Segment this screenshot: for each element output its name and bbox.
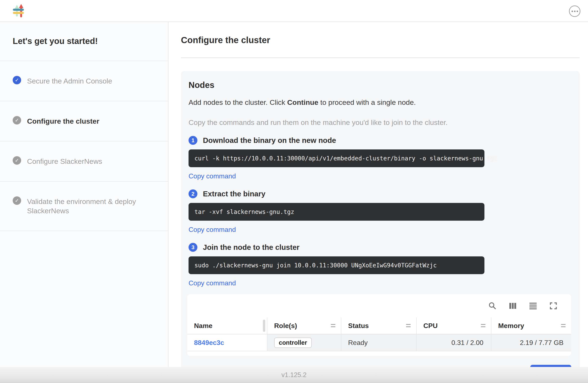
app-footer: v1.125.2 [0, 367, 588, 383]
version-label: v1.125.2 [282, 371, 307, 379]
step-title: Join the node to the cluster [203, 243, 299, 252]
node-link[interactable]: 8849ec3c [194, 339, 224, 347]
density-icon[interactable] [529, 302, 537, 310]
slackernews-logo-icon [12, 4, 24, 18]
column-header-name[interactable]: Name [187, 318, 267, 334]
step-download-binary: 1 Download the binary on the new node cu… [189, 136, 572, 180]
table-footer-spacer [187, 351, 571, 356]
sidebar-item-secure-admin-console[interactable]: ✓ Secure the Admin Console [0, 61, 168, 101]
sidebar-item-validate-deploy[interactable]: ✓ Validate the environment & deploy Slac… [0, 182, 168, 231]
step-number-badge: 3 [189, 243, 197, 252]
column-menu-icon[interactable] [406, 324, 411, 329]
step-number-badge: 1 [189, 136, 197, 145]
column-header-roles[interactable]: Role(s) [267, 318, 341, 334]
nodes-heading: Nodes [189, 80, 572, 90]
check-complete-icon: ✓ [13, 76, 21, 84]
copy-command-link[interactable]: Copy command [189, 226, 236, 234]
role-chip: controller [274, 338, 312, 348]
column-separator[interactable] [263, 319, 265, 332]
fullscreen-icon[interactable] [549, 302, 558, 310]
sidebar-item-label: Configure the cluster [27, 116, 99, 126]
sidebar-item-configure-cluster[interactable]: ✓ Configure the cluster [0, 101, 168, 141]
copy-command-link[interactable]: Copy command [189, 172, 236, 180]
columns-icon[interactable] [508, 302, 517, 310]
column-header-cpu[interactable]: CPU [416, 318, 491, 334]
nodes-description: Add nodes to the cluster. Click Continue… [189, 98, 572, 106]
node-memory-cell: 2.19 / 7.77 GB [491, 334, 571, 351]
step-number-badge: 2 [189, 189, 197, 198]
step-join-node: 3 Join the node to the cluster sudo ./sl… [189, 243, 572, 287]
step-title: Download the binary on the new node [203, 136, 336, 145]
table-row: 8849ec3c controller Ready 0.31 / 2.00 2.… [187, 334, 571, 351]
top-bar [0, 0, 588, 22]
table-toolbar [187, 294, 571, 318]
sidebar-item-label: Validate the environment & deploy Slacke… [27, 197, 150, 215]
nodes-table: Name Role(s) Status CPU [187, 294, 571, 356]
column-menu-icon[interactable] [481, 324, 485, 329]
table-header-row: Name Role(s) Status CPU [187, 318, 571, 334]
divider [0, 231, 168, 231]
sidebar-item-configure-slackernews[interactable]: ✓ Configure SlackerNews [0, 141, 168, 181]
command-codeblock: tar -xvf slackernews-gnu.tgz [189, 203, 484, 221]
sidebar-title: Let's get you started! [0, 22, 168, 61]
column-header-status[interactable]: Status [341, 318, 416, 334]
node-status-cell: Ready [341, 334, 416, 351]
divider [181, 58, 580, 58]
check-pending-icon: ✓ [13, 116, 21, 125]
node-name-cell: 8849ec3c [187, 334, 267, 351]
setup-steps-sidebar: Let's get you started! ✓ Secure the Admi… [0, 22, 168, 367]
node-roles-cell: controller [267, 334, 341, 351]
sidebar-item-label: Configure SlackerNews [27, 157, 102, 166]
check-pending-icon: ✓ [13, 196, 21, 205]
command-codeblock: sudo ./slackernews-gnu join 10.0.0.11:30… [189, 256, 484, 274]
check-pending-icon: ✓ [13, 156, 21, 165]
copy-command-link[interactable]: Copy command [189, 279, 236, 287]
step-extract-binary: 2 Extract the binary tar -xvf slackernew… [189, 189, 572, 234]
main-content: Configure the cluster Nodes Add nodes to… [169, 22, 588, 367]
ellipsis-menu-button[interactable] [569, 5, 580, 17]
column-menu-icon[interactable] [331, 324, 336, 329]
search-icon[interactable] [488, 302, 497, 310]
step-title: Extract the binary [203, 190, 266, 198]
node-cpu-cell: 0.31 / 2.00 [416, 334, 491, 351]
column-menu-icon[interactable] [561, 324, 566, 329]
sidebar-item-label: Secure the Admin Console [27, 76, 112, 85]
column-header-memory[interactable]: Memory [491, 318, 571, 334]
nodes-card: Nodes Add nodes to the cluster. Click Co… [181, 71, 580, 383]
command-codeblock: curl -k https://10.0.0.11:30000/api/v1/e… [189, 149, 484, 167]
page-title: Configure the cluster [181, 35, 580, 45]
nodes-hint: Copy the commands and run them on the ma… [189, 118, 572, 127]
